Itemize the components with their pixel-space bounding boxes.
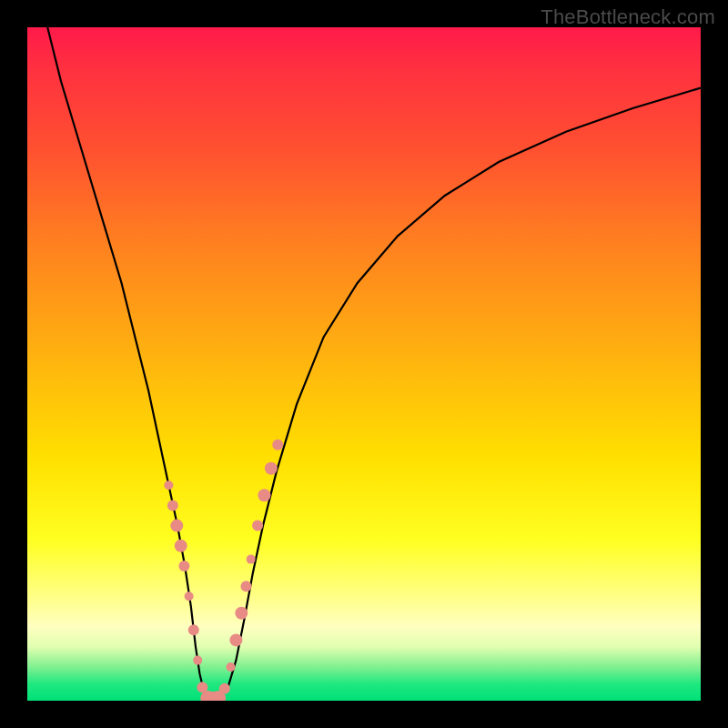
marker-point (164, 480, 173, 490)
chart-svg (27, 27, 701, 701)
marker-point (170, 520, 183, 532)
marker-point (258, 489, 270, 501)
highlight-markers (164, 440, 283, 701)
marker-point (272, 440, 283, 450)
marker-point (178, 561, 189, 571)
marker-point (247, 555, 256, 564)
watermark-text: TheBottleneck.com (541, 5, 715, 29)
marker-point (252, 521, 263, 531)
marker-point (229, 633, 242, 646)
marker-point (188, 624, 199, 635)
marker-point (235, 607, 248, 620)
marker-point (185, 592, 194, 601)
chart-frame: TheBottleneck.com (0, 0, 728, 728)
marker-point (226, 662, 235, 672)
marker-point (193, 656, 202, 665)
bottleneck-curve (47, 27, 701, 699)
marker-point (167, 500, 178, 511)
plot-area (27, 27, 701, 701)
marker-point (265, 462, 278, 475)
marker-point (241, 581, 252, 592)
marker-point (175, 540, 187, 552)
marker-point (219, 683, 230, 694)
